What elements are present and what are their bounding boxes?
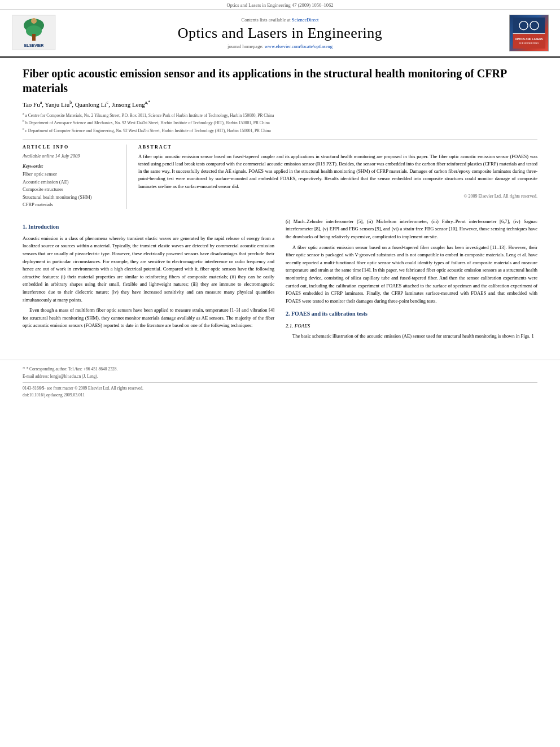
article-info-col: ARTICLE INFO Available online 14 July 20…: [23, 145, 127, 209]
svg-rect-7: [513, 33, 545, 49]
journal-badge: OPTICS AND LASERS IN ENGINEERING: [509, 15, 549, 51]
body-columns: 1. Introduction Acoustic emission is a c…: [23, 218, 537, 343]
svg-point-4: [31, 18, 37, 24]
journal-top-text: Optics and Lasers in Engineering 47 (200…: [226, 2, 333, 8]
svg-rect-3: [32, 34, 36, 41]
section2-subheading: 2.1. FOAES: [286, 322, 537, 330]
contents-line: Contents lists available at ScienceDirec…: [62, 17, 498, 23]
corresp-text: * Corresponding author. Tel./fax: +86 45…: [26, 366, 117, 372]
footer-email: E-mail address: lengjs@hit.edu.cn (J. Le…: [23, 373, 537, 380]
section2-para1: The basic schematic illustration of the …: [286, 333, 537, 340]
section1-para2: Even though a mass of multiform fiber op…: [23, 307, 274, 330]
sciencedirect-link[interactable]: ScienceDirect: [292, 17, 319, 23]
copyright-line: © 2009 Elsevier Ltd. All rights reserved…: [138, 194, 537, 199]
page-wrapper: Optics and Lasers in Engineering 47 (200…: [0, 0, 560, 747]
section1-right-para1: (i) Mach–Zehnder interferometer [5], (ii…: [286, 218, 537, 241]
keywords-label: Keywords:: [23, 163, 118, 169]
keyword-5: CFRP materials: [23, 201, 118, 209]
header-center: Contents lists available at ScienceDirec…: [62, 17, 498, 49]
body-col-right: (i) Mach–Zehnder interferometer [5], (ii…: [286, 218, 537, 343]
footer-corresp: * * Corresponding author. Tel./fax: +86 …: [23, 365, 537, 373]
corresp-star: *: [23, 366, 25, 372]
issn-line: 0143-8166/$- see front matter © 2009 Els…: [23, 385, 537, 392]
email-value: lengjs@hit.edu.cn (J. Leng).: [50, 374, 98, 379]
affiliation-b: b b Department of Aerospace Science and …: [23, 119, 537, 126]
available-online: Available online 14 July 2009: [23, 153, 118, 159]
journal-url: journal homepage: www.elsevier.com/locat…: [62, 43, 498, 49]
affiliation-a: a a Centre for Composite Materials, No. …: [23, 111, 537, 119]
keyword-2: Acoustic emission (AE): [23, 178, 118, 186]
authors: Tao Fua, Yanju Liub, Quanlong Lic, Jinso…: [23, 100, 537, 108]
abstract-label: ABSTRACT: [138, 145, 537, 150]
svg-text:OPTICS AND LASERS: OPTICS AND LASERS: [515, 38, 543, 41]
section1-heading: 1. Introduction: [23, 222, 274, 231]
abstract-col: ABSTRACT A fiber optic acoustic emission…: [138, 145, 537, 209]
section1-right-para2: A fiber optic acoustic emission sensor b…: [286, 244, 537, 305]
doi-line: doi:10.1016/j.optlaseng.2009.03.011: [23, 392, 537, 399]
affiliations: a a Centre for Composite Materials, No. …: [23, 111, 537, 134]
keyword-1: Fiber optic sensor: [23, 171, 118, 178]
page-footer: * * Corresponding author. Tel./fax: +86 …: [0, 360, 560, 401]
section1-para1: Acoustic emission is a class of phenomen…: [23, 235, 274, 304]
journal-name: Optics and Lasers in Engineering: [62, 25, 498, 42]
email-label: E-mail address:: [23, 374, 49, 379]
svg-text:ELSEVIER: ELSEVIER: [24, 43, 44, 47]
main-content: Fiber optic acoustic emission sensor and…: [0, 58, 560, 354]
author-tao-fu: Tao Fua, Yanju Liub, Quanlong Lic, Jinso…: [23, 101, 150, 108]
body-col-left: 1. Introduction Acoustic emission is a c…: [23, 218, 274, 343]
article-body: ARTICLE INFO Available online 14 July 20…: [23, 145, 537, 209]
article-info-label: ARTICLE INFO: [23, 145, 118, 150]
divider-1: [23, 139, 537, 140]
section2-heading: 2. FOAES and its calibration tests: [286, 309, 537, 318]
affiliation-c: c c Department of Computer Science and E…: [23, 126, 537, 134]
keyword-4: Structural health monitoring (SHM): [23, 194, 118, 202]
journal-url-link[interactable]: www.elsevier.com/locate/optlaseng: [265, 43, 333, 49]
abstract-text: A fiber optic acoustic emission sensor b…: [138, 153, 537, 190]
header-section: ELSEVIER Contents lists available at Sci…: [0, 10, 560, 58]
journal-badge-container: OPTICS AND LASERS IN ENGINEERING: [504, 15, 549, 51]
keyword-3: Composite structures: [23, 186, 118, 194]
svg-text:IN ENGINEERING: IN ENGINEERING: [519, 42, 539, 45]
article-title: Fiber optic acoustic emission sensor and…: [23, 66, 537, 95]
elsevier-logo: ELSEVIER: [11, 14, 56, 52]
footer-sep: [23, 382, 537, 383]
journal-top-bar: Optics and Lasers in Engineering 47 (200…: [0, 0, 560, 10]
